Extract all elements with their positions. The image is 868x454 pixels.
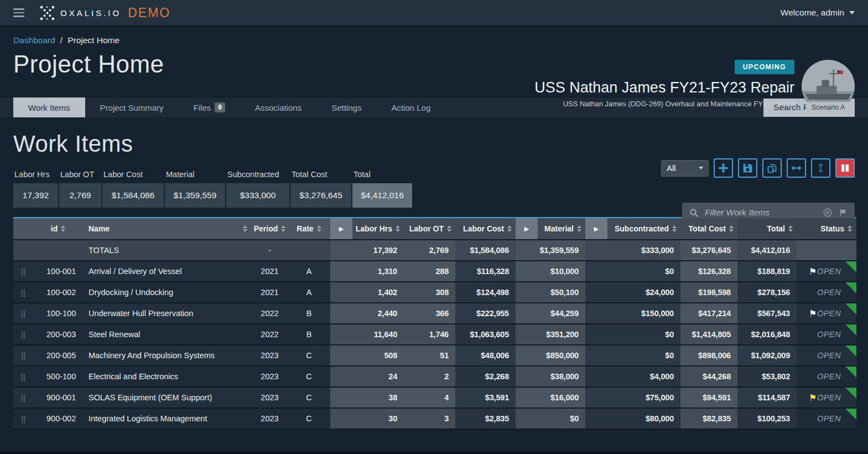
totals-drag-cell: [13, 240, 33, 260]
oxalis-logo-icon: [40, 6, 55, 20]
drag-handle-icon[interactable]: ⣿: [20, 352, 26, 360]
column-header-material[interactable]: ▶Material: [516, 218, 585, 239]
tab-work-items[interactable]: Work Items: [13, 97, 85, 117]
resize-vertical-button[interactable]: [811, 158, 830, 178]
drag-handle-icon[interactable]: ⣿: [20, 394, 26, 402]
work-item-labor_hrs: 11,640: [330, 324, 404, 344]
view-filter-select[interactable]: All: [661, 160, 709, 177]
chevron-down-icon: [699, 167, 703, 169]
flag-icon[interactable]: [839, 208, 848, 218]
work-item-row-200-005[interactable]: ⣿200-005Machinery And Propulsion Systems…: [13, 345, 856, 367]
expand-subcontracted-group-button[interactable]: ▶: [585, 218, 607, 239]
tab-count-badge: 9: [215, 102, 225, 112]
drag-handle-cell[interactable]: ⣿: [13, 324, 33, 344]
expand-material-group-button[interactable]: ▶: [516, 218, 538, 239]
drag-handle-cell[interactable]: ⣿: [13, 303, 33, 323]
clear-circle-icon[interactable]: [823, 208, 833, 218]
column-header-total_cost[interactable]: Total Cost: [680, 218, 737, 239]
save-button[interactable]: [738, 158, 757, 178]
copy-button[interactable]: [762, 158, 782, 178]
work-item-material: $16,000: [516, 388, 585, 407]
column-label: Subcontracted: [615, 224, 669, 233]
totals-label: TOTALS: [83, 240, 252, 260]
sort-icon: [788, 225, 793, 233]
work-item-labor_ot: 366: [404, 303, 455, 323]
app-logo: OXALIS.IO DEMO: [40, 6, 170, 20]
drag-handle-icon[interactable]: ⣿: [20, 267, 26, 276]
work-item-name: Electrical and Electronics: [83, 367, 252, 386]
expand-labor_hrs-group-button[interactable]: ▶: [330, 218, 352, 239]
column-header-rate[interactable]: Rate: [288, 218, 330, 239]
column-label: Labor Hrs: [356, 224, 392, 233]
totals-labor_cost: $1,584,086: [455, 240, 516, 260]
drag-handle-icon[interactable]: ⣿: [20, 288, 26, 297]
column-header-period[interactable]: Period: [252, 218, 288, 239]
work-item-row-200-003[interactable]: ⣿200-003Steel Renewal2022B11,6401,746$1,…: [13, 324, 856, 345]
summary-label: Subcontracted: [226, 170, 289, 179]
work-item-row-900-002[interactable]: ⣿900-002Integrated Logistics Management2…: [13, 409, 856, 430]
work-item-rate: C: [288, 345, 330, 365]
row-corner-marker: [845, 388, 856, 399]
work-item-id: 100-001: [33, 261, 83, 281]
work-item-row-100-001[interactable]: ⣿100-001Arrival / Delivery of Vessel2021…: [13, 261, 856, 282]
drag-handle-icon[interactable]: ⣿: [20, 415, 26, 423]
column-header-labor_ot[interactable]: Labor OT: [404, 218, 455, 239]
summary-value-total: $4,412,016: [352, 183, 412, 208]
column-header-labor_cost[interactable]: Labor Cost: [455, 218, 516, 239]
column-header-total[interactable]: Total: [737, 218, 797, 239]
scenario-label: Scenario A: [807, 102, 850, 113]
totals-row: TOTALS-17,3922,769$1,584,086$1,359,559$3…: [13, 240, 856, 261]
work-item-subcontracted: $150,000: [585, 303, 680, 323]
drag-handle-cell[interactable]: ⣿: [13, 261, 33, 281]
work-item-name: Drydocking / Undocking: [83, 282, 252, 302]
work-item-row-500-100[interactable]: ⣿500-100Electrical and Electronics2023C2…: [13, 367, 856, 388]
column-header-subcontracted[interactable]: ▶Subcontracted: [585, 218, 680, 239]
column-header-id[interactable]: id: [33, 218, 83, 239]
work-item-row-100-002[interactable]: ⣿100-002Drydocking / Undocking2021A1,402…: [13, 282, 856, 303]
section-title: Work Items: [13, 131, 855, 157]
search-icon: [689, 208, 699, 218]
work-item-labor_hrs: 2,440: [330, 303, 404, 323]
resize-horizontal-button[interactable]: [787, 158, 806, 178]
drag-handle-icon[interactable]: ⣿: [20, 309, 26, 318]
drag-handle-cell[interactable]: ⣿: [13, 367, 33, 386]
columns-button[interactable]: [835, 158, 855, 178]
brand-name: OXALIS.IO: [60, 8, 121, 18]
column-header-status[interactable]: Status: [797, 218, 856, 239]
arrows-horizontal-icon: [791, 162, 802, 174]
tab-associations[interactable]: Associations: [240, 97, 316, 117]
work-item-rate: C: [288, 367, 330, 386]
work-item-rate: B: [288, 324, 330, 344]
copy-icon: [766, 162, 778, 174]
menu-icon[interactable]: [13, 8, 24, 17]
drag-handle-cell[interactable]: ⣿: [13, 282, 33, 302]
tab-project-summary[interactable]: Project Summary: [85, 97, 179, 117]
view-filter-value: All: [667, 163, 676, 173]
totals-rate: [288, 240, 330, 260]
add-button[interactable]: [714, 158, 733, 178]
work-item-row-100-100[interactable]: ⣿100-100Underwater Hull Preservation2022…: [13, 303, 856, 324]
tab-action-log[interactable]: Action Log: [376, 97, 445, 117]
drag-handle-cell[interactable]: ⣿: [13, 409, 33, 429]
column-header-name[interactable]: Name: [83, 218, 252, 239]
user-menu[interactable]: Welcome, admin: [781, 8, 855, 18]
drag-handle-cell[interactable]: ⣿: [13, 345, 33, 365]
tab-settings[interactable]: Settings: [316, 97, 376, 117]
drag-handle-icon[interactable]: ⣿: [20, 331, 26, 339]
drag-handle-cell[interactable]: ⣿: [13, 388, 33, 407]
drag-handle-icon[interactable]: ⣿: [20, 373, 26, 381]
work-item-row-900-001[interactable]: ⣿900-001SOLAS Equipment (OEM Support)202…: [13, 388, 856, 409]
table-header-row: idNamePeriodRate▶Labor HrsLabor OTLabor …: [13, 218, 856, 240]
tab-files[interactable]: Files9: [179, 97, 240, 117]
work-item-labor_hrs: 1,402: [330, 282, 404, 302]
column-label: Labor OT: [409, 224, 444, 233]
work-item-subcontracted: $0: [585, 261, 680, 281]
sort-icon: [281, 225, 285, 233]
column-label: Period: [254, 224, 278, 233]
filter-input[interactable]: [705, 208, 817, 218]
breadcrumb-dashboard-link[interactable]: Dashboard: [13, 35, 55, 45]
sort-icon: [577, 225, 581, 233]
column-header-labor_hrs[interactable]: ▶Labor Hrs: [330, 218, 404, 239]
plus-icon: [718, 162, 729, 174]
work-item-period: 2023: [252, 367, 288, 386]
